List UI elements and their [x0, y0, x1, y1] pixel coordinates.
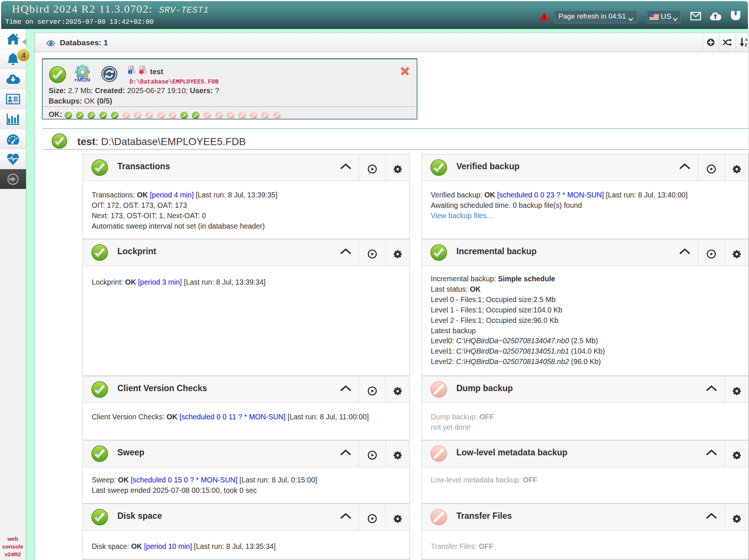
svg-text:A: A [745, 37, 748, 42]
svg-text:Z: Z [745, 42, 748, 47]
svg-text:i: i [130, 71, 131, 74]
svg-text:!: ! [141, 71, 142, 74]
svg-text:+MON: +MON [74, 76, 90, 83]
